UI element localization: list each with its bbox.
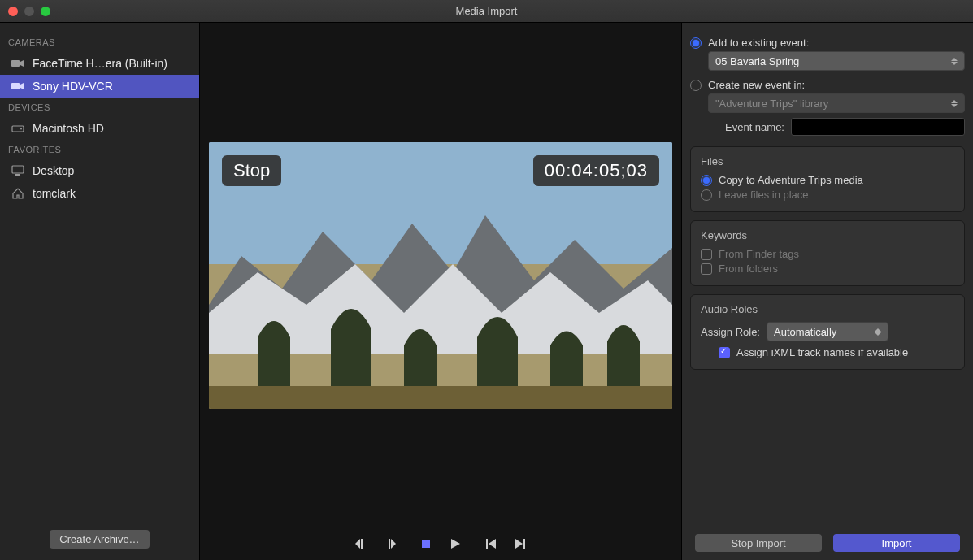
close-icon[interactable]: [8, 7, 18, 16]
sidebar-item-label: Sony HDV-VCR: [33, 80, 113, 93]
inspector: Add to existing event: 05 Bavaria Spring…: [682, 23, 973, 560]
check-ixml[interactable]: [719, 347, 730, 358]
files-panel: Files Copy to Adventure Trips media Leav…: [690, 146, 965, 212]
audio-roles-panel: Audio Roles Assign Role: Automatically A…: [690, 294, 965, 370]
assign-role-label: Assign Role:: [701, 326, 760, 338]
sidebar-item-desktop[interactable]: Desktop: [0, 159, 199, 182]
folders-label: From folders: [719, 263, 778, 275]
section-title-favorites: FAVORITES: [0, 140, 199, 159]
play-button[interactable]: [448, 536, 463, 551]
camcorder-icon: [11, 59, 24, 68]
sidebar: CAMERAS FaceTime H…era (Built-in) Sony H…: [0, 23, 200, 560]
stop-import-button[interactable]: Stop Import: [695, 534, 822, 552]
keywords-panel: Keywords From Finder tags From folders: [690, 220, 965, 286]
sidebar-item-home[interactable]: tomclark: [0, 182, 199, 205]
stepper-icon: [875, 328, 881, 336]
svg-point-3: [20, 128, 22, 130]
step-back-button[interactable]: [354, 536, 368, 551]
section-title-devices: DEVICES: [0, 98, 199, 117]
create-new-label: Create new event in:: [708, 79, 805, 91]
svg-rect-9: [361, 539, 363, 549]
create-archive-button[interactable]: Create Archive…: [50, 530, 149, 549]
sidebar-item-label: Macintosh HD: [33, 122, 104, 135]
svg-rect-13: [523, 539, 525, 549]
window-title: Media Import: [0, 5, 973, 17]
prev-clip-button[interactable]: [484, 536, 498, 551]
sidebar-item-label: Desktop: [33, 164, 74, 177]
svg-rect-0: [11, 60, 20, 67]
camcorder-icon: [11, 81, 24, 91]
event-section: Add to existing event: 05 Bavaria Spring…: [690, 34, 965, 138]
svg-rect-4: [12, 166, 24, 173]
svg-rect-8: [209, 386, 672, 409]
event-name-label: Event name:: [708, 121, 784, 133]
monitor-icon: [11, 166, 24, 176]
check-folders[interactable]: [701, 263, 712, 275]
sidebar-item-facetime[interactable]: FaceTime H…era (Built-in): [0, 52, 199, 75]
existing-event-select[interactable]: 05 Bavaria Spring: [708, 51, 965, 71]
section-title-cameras: CAMERAS: [0, 33, 199, 52]
sidebar-item-macintosh-hd[interactable]: Macintosh HD: [0, 117, 199, 140]
stepper-icon: [951, 100, 958, 107]
sidebar-item-sony-hdv[interactable]: Sony HDV-VCR: [0, 75, 199, 98]
panel-title-files: Files: [701, 155, 954, 167]
svg-rect-10: [389, 539, 390, 549]
radio-add-existing[interactable]: [690, 37, 702, 49]
stop-button[interactable]: Stop: [222, 155, 281, 186]
library-select[interactable]: "Adventure Trips" library: [708, 93, 965, 113]
svg-rect-11: [422, 540, 430, 548]
stop-playback-button[interactable]: [419, 536, 433, 551]
copy-media-label: Copy to Adventure Trips media: [719, 174, 863, 186]
video-preview: Stop 00:04:05;03: [209, 142, 672, 409]
check-finder-tags[interactable]: [701, 249, 712, 260]
radio-copy-media[interactable]: [701, 175, 712, 186]
import-button[interactable]: Import: [833, 534, 960, 552]
radio-leave-files[interactable]: [701, 189, 712, 201]
minimize-icon[interactable]: [24, 7, 34, 16]
next-clip-button[interactable]: [513, 536, 528, 551]
ixml-label: Assign iXML track names if available: [736, 346, 908, 358]
panel-title-keywords: Keywords: [701, 229, 954, 241]
svg-rect-1: [11, 83, 20, 89]
timecode-display: 00:04:05;03: [533, 155, 659, 186]
add-existing-label: Add to existing event:: [708, 37, 809, 49]
maximize-icon[interactable]: [41, 7, 50, 16]
leave-files-label: Leave files in place: [719, 189, 809, 201]
stepper-icon: [951, 58, 958, 65]
titlebar: Media Import: [0, 0, 973, 23]
event-name-input[interactable]: [791, 118, 965, 136]
drive-icon: [11, 124, 24, 133]
svg-rect-12: [486, 539, 488, 549]
home-icon: [11, 189, 24, 198]
transport-bar: [200, 527, 681, 560]
panel-title-audio: Audio Roles: [701, 303, 954, 315]
sidebar-item-label: tomclark: [33, 187, 76, 200]
step-forward-button[interactable]: [383, 536, 397, 551]
assign-role-select[interactable]: Automatically: [767, 322, 888, 341]
finder-tags-label: From Finder tags: [719, 248, 799, 260]
window-controls: [8, 7, 50, 16]
sidebar-item-label: FaceTime H…era (Built-in): [33, 57, 167, 70]
preview-pane: Stop 00:04:05;03: [200, 23, 682, 560]
svg-rect-5: [15, 174, 20, 176]
radio-create-new[interactable]: [690, 80, 702, 91]
